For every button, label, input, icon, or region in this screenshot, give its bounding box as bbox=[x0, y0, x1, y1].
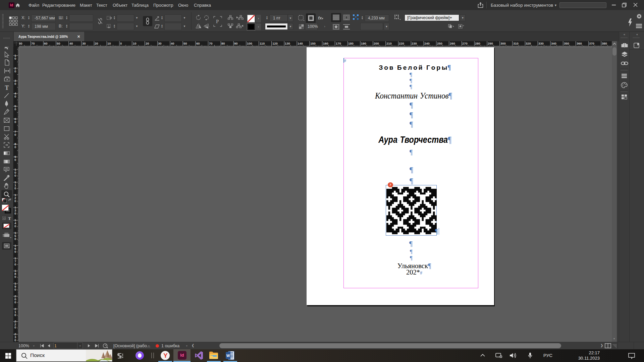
svg-text:0: 0 bbox=[14, 95, 16, 98]
svg-text:80: 80 bbox=[221, 42, 225, 45]
svg-text:40: 40 bbox=[171, 42, 174, 45]
svg-text:160: 160 bbox=[323, 42, 328, 45]
svg-text:90: 90 bbox=[234, 42, 238, 45]
svg-text:140: 140 bbox=[298, 42, 303, 45]
svg-text:380: 380 bbox=[602, 42, 607, 45]
svg-text:300: 300 bbox=[500, 42, 506, 45]
svg-text:180: 180 bbox=[348, 42, 354, 45]
svg-text:W: W bbox=[226, 354, 230, 358]
svg-text:0: 0 bbox=[14, 313, 16, 317]
svg-text:260: 260 bbox=[450, 42, 455, 45]
svg-text:200: 200 bbox=[374, 42, 379, 45]
svg-text:370: 370 bbox=[589, 42, 594, 45]
svg-text:330: 330 bbox=[538, 42, 544, 45]
svg-text:60: 60 bbox=[44, 42, 48, 45]
svg-text:0: 0 bbox=[14, 338, 16, 342]
svg-text:70: 70 bbox=[209, 42, 213, 45]
svg-text:T: T bbox=[5, 84, 9, 90]
svg-text:270: 270 bbox=[462, 42, 468, 45]
svg-text:50: 50 bbox=[183, 42, 187, 45]
svg-text:0: 0 bbox=[120, 42, 122, 45]
svg-text:350: 350 bbox=[564, 42, 569, 45]
svg-text:0: 0 bbox=[14, 250, 16, 253]
svg-text:0: 0 bbox=[14, 212, 16, 215]
svg-text:70: 70 bbox=[31, 42, 35, 45]
svg-text:150: 150 bbox=[310, 42, 316, 45]
svg-text:0: 0 bbox=[14, 120, 16, 124]
svg-text:10: 10 bbox=[133, 42, 137, 45]
svg-text:220: 220 bbox=[399, 42, 404, 45]
svg-text:170: 170 bbox=[336, 42, 341, 45]
svg-text:10: 10 bbox=[107, 42, 111, 45]
svg-text:280: 280 bbox=[475, 42, 480, 45]
svg-text:340: 340 bbox=[551, 42, 556, 45]
svg-text:0: 0 bbox=[14, 224, 16, 228]
svg-text:0: 0 bbox=[14, 262, 16, 266]
svg-text:130: 130 bbox=[285, 42, 290, 45]
svg-text:100: 100 bbox=[247, 42, 252, 45]
svg-text:30: 30 bbox=[82, 42, 86, 45]
svg-text:0: 0 bbox=[14, 275, 16, 279]
svg-text:0: 0 bbox=[14, 69, 16, 73]
svg-text:110: 110 bbox=[260, 42, 265, 45]
svg-text:240: 240 bbox=[424, 42, 430, 45]
svg-text:P: P bbox=[216, 19, 219, 24]
svg-text:0: 0 bbox=[14, 82, 16, 85]
svg-text:50: 50 bbox=[57, 42, 60, 45]
svg-text:0: 0 bbox=[14, 107, 16, 111]
svg-text:0: 0 bbox=[14, 288, 16, 291]
svg-text:0: 0 bbox=[14, 158, 16, 162]
svg-text:290: 290 bbox=[488, 42, 493, 45]
svg-text:0: 0 bbox=[14, 300, 16, 304]
svg-text:0: 0 bbox=[14, 186, 16, 190]
svg-text:60: 60 bbox=[196, 42, 200, 45]
svg-text:0: 0 bbox=[14, 237, 16, 241]
svg-text:0: 0 bbox=[14, 325, 16, 329]
svg-text:310: 310 bbox=[513, 42, 519, 45]
svg-text:20: 20 bbox=[146, 42, 149, 45]
svg-text:0: 0 bbox=[14, 174, 16, 177]
svg-text:40: 40 bbox=[69, 42, 73, 45]
svg-text:320: 320 bbox=[526, 42, 531, 45]
svg-text:250: 250 bbox=[437, 42, 442, 45]
svg-text:80: 80 bbox=[19, 42, 22, 45]
svg-text:210: 210 bbox=[386, 42, 392, 45]
svg-text:360: 360 bbox=[577, 42, 582, 45]
svg-text:190: 190 bbox=[361, 42, 366, 45]
svg-text:0: 0 bbox=[14, 199, 16, 203]
svg-text:230: 230 bbox=[412, 42, 417, 45]
svg-text:20: 20 bbox=[95, 42, 98, 45]
svg-text:30: 30 bbox=[158, 42, 162, 45]
svg-text:0: 0 bbox=[14, 133, 16, 136]
svg-text:120: 120 bbox=[272, 42, 278, 45]
svg-text:0: 0 bbox=[14, 145, 16, 149]
svg-text:0: 0 bbox=[14, 57, 16, 60]
